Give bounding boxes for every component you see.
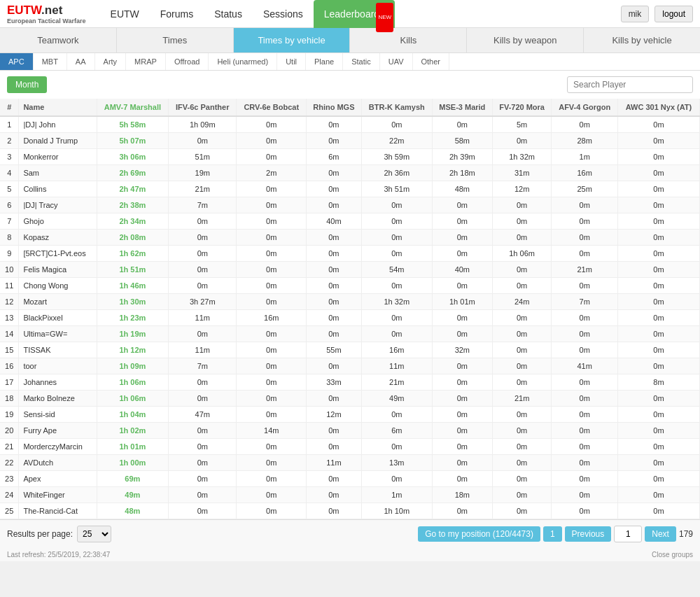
cell-rank: 11 — [0, 278, 19, 294]
cell-crv6e: 0m — [237, 326, 307, 342]
nav-eutw[interactable]: EUTW — [100, 0, 150, 28]
tab-teamwork[interactable]: Teamwork — [0, 28, 117, 52]
cell-name: Felis Magica — [19, 262, 97, 278]
total-pages: 179 — [679, 529, 693, 539]
cell-fv720: 0m — [492, 342, 552, 358]
cell-awc301: 0m — [617, 487, 699, 503]
cell-afv4: 0m — [552, 374, 618, 391]
close-groups[interactable]: Close groups — [652, 551, 693, 559]
cell-fv720: 0m — [492, 133, 552, 149]
goto-position-button[interactable]: Go to my position (120/4473) — [418, 526, 540, 542]
cell-afv4: 1m — [552, 149, 618, 165]
vtab-util[interactable]: Util — [277, 53, 306, 70]
cell-btrk: 6m — [361, 423, 432, 439]
table-row: 7 Ghojo 2h 34m 0m 0m 40m 0m 0m 0m 0m 0m — [0, 213, 700, 230]
cell-crv6e: 0m — [237, 133, 307, 149]
cell-rank: 20 — [0, 423, 19, 439]
cell-rank: 21 — [0, 439, 19, 455]
vtab-mbt[interactable]: MBT — [34, 53, 67, 70]
cell-rhino: 0m — [307, 310, 362, 326]
cell-name: WhiteFinger — [19, 487, 97, 503]
cell-name: [5RCT]C1-Pvt.eos — [19, 246, 97, 262]
cell-name: Mozart — [19, 294, 97, 310]
bottom-bar: Last refresh: 25/5/2019, 22:38:47 Close … — [0, 548, 700, 561]
cell-rhino: 0m — [307, 165, 362, 181]
previous-button[interactable]: Previous — [565, 526, 612, 542]
cell-ifv6c: 0m — [169, 455, 237, 471]
cell-amv7: 1h 04m — [97, 407, 169, 423]
cell-crv6e: 0m — [237, 503, 307, 519]
nav-status[interactable]: Status — [204, 0, 253, 28]
cell-awc301: 0m — [617, 230, 699, 246]
cell-ifv6c: 19m — [169, 165, 237, 181]
next-button[interactable]: Next — [645, 526, 676, 542]
cell-fv720: 0m — [492, 487, 552, 503]
vtab-aa[interactable]: AA — [67, 53, 95, 70]
cell-rank: 14 — [0, 326, 19, 342]
nav-sessions[interactable]: Sessions — [253, 0, 314, 28]
vtab-arty[interactable]: Arty — [95, 53, 127, 70]
cell-awc301: 0m — [617, 294, 699, 310]
search-input[interactable] — [567, 76, 693, 93]
cell-btrk: 0m — [361, 439, 432, 455]
page-input[interactable] — [614, 526, 642, 542]
vtab-mrap[interactable]: MRAP — [126, 53, 166, 70]
cell-amv7: 5h 07m — [97, 133, 169, 149]
cell-crv6e: 0m — [237, 116, 307, 133]
cell-rhino: 0m — [307, 503, 362, 519]
cell-ifv6c: 0m — [169, 326, 237, 342]
cell-mse3: 2h 39m — [432, 149, 492, 165]
vtab-other[interactable]: Other — [413, 53, 450, 70]
table-row: 11 Chong Wong 1h 46m 0m 0m 0m 0m 0m 0m 0… — [0, 278, 700, 294]
leaderboard-table: # Name AMV-7 Marshall IFV-6c Panther CRV… — [0, 99, 700, 519]
cell-awc301: 0m — [617, 278, 699, 294]
cell-rhino: 0m — [307, 246, 362, 262]
tab-times-by-vehicle[interactable]: Times by vehicle — [234, 28, 351, 52]
cell-crv6e: 0m — [237, 149, 307, 165]
cell-afv4: 0m — [552, 197, 618, 213]
table-row: 13 BlackPixxel 1h 23m 11m 16m 0m 0m 0m 0… — [0, 310, 700, 326]
table-row: 21 MorderczyMarcin 1h 01m 0m 0m 0m 0m 0m… — [0, 439, 700, 455]
table-row: 22 AVDutch 1h 00m 0m 0m 11m 13m 0m 0m 0m… — [0, 455, 700, 471]
nav: EUTW Forums Status Sessions NEWLeaderboa… — [100, 0, 621, 28]
vtab-offroad[interactable]: Offroad — [166, 53, 209, 70]
cell-awc301: 0m — [617, 165, 699, 181]
tab-kills[interactable]: Kills — [350, 28, 467, 52]
cell-mse3: 0m — [432, 310, 492, 326]
table-row: 20 Furry Ape 1h 02m 0m 14m 0m 6m 0m 0m 0… — [0, 423, 700, 439]
nav-forums[interactable]: Forums — [150, 0, 204, 28]
first-page-button[interactable]: 1 — [543, 526, 562, 542]
user-area: mik logout — [621, 6, 693, 22]
cell-afv4: 21m — [552, 262, 618, 278]
cell-ifv6c: 1h 09m — [169, 116, 237, 133]
last-refresh: Last refresh: 25/5/2019, 22:38:47 — [7, 551, 110, 559]
month-button[interactable]: Month — [7, 76, 47, 93]
cell-rank: 24 — [0, 487, 19, 503]
vtab-static[interactable]: Static — [343, 53, 380, 70]
vtab-apc[interactable]: APC — [0, 53, 34, 70]
cell-awc301: 0m — [617, 439, 699, 455]
cell-rank: 19 — [0, 407, 19, 423]
nav-leaderboards[interactable]: NEWLeaderboards — [314, 0, 395, 28]
cell-fv720: 12m — [492, 181, 552, 197]
cell-fv720: 0m — [492, 197, 552, 213]
cell-awc301: 0m — [617, 213, 699, 230]
cell-ifv6c: 3h 27m — [169, 294, 237, 310]
tab-kills-by-vehicle[interactable]: Kills by vehicle — [584, 28, 700, 52]
logout-button[interactable]: logout — [654, 6, 693, 22]
vtab-plane[interactable]: Plane — [306, 53, 343, 70]
cell-crv6e: 2m — [237, 165, 307, 181]
cell-btrk: 0m — [361, 116, 432, 133]
tab-times[interactable]: Times — [117, 28, 234, 52]
cell-afv4: 0m — [552, 455, 618, 471]
vtab-uav[interactable]: UAV — [380, 53, 413, 70]
cell-amv7: 1h 19m — [97, 326, 169, 342]
cell-fv720: 0m — [492, 310, 552, 326]
vtab-heli-unarmed[interactable]: Heli (unarmed) — [209, 53, 277, 70]
results-per-page-select[interactable]: 25 50 100 — [77, 526, 111, 542]
cell-btrk: 21m — [361, 374, 432, 391]
tab-kills-by-weapon[interactable]: Kills by weapon — [467, 28, 584, 52]
cell-ifv6c: 0m — [169, 230, 237, 246]
vehicle-tabs: APC MBT AA Arty MRAP Offroad Heli (unarm… — [0, 53, 700, 71]
cell-name: toor — [19, 358, 97, 374]
